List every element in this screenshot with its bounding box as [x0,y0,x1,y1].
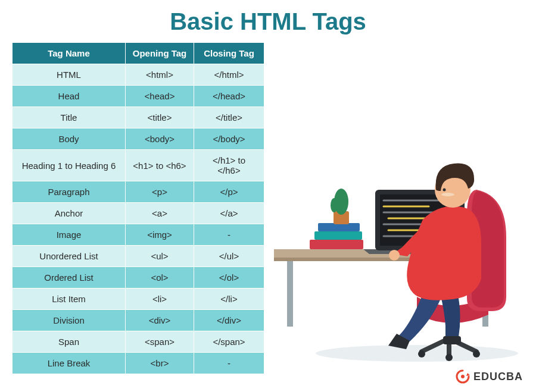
cell-closing-tag: </head> [194,86,264,107]
page-title: Basic HTML Tags [0,8,536,35]
table-header-row: Tag Name Opening Tag Closing Tag [13,43,264,64]
brand-logo: EDUCBA [456,369,523,384]
cell-tag-name: Image [13,224,126,246]
table-row: Image<img>- [13,224,264,246]
svg-rect-5 [310,240,363,249]
col-tag-name: Tag Name [13,43,126,64]
table-row: Span<span></span> [13,331,264,353]
cell-closing-tag: </h1> to </h6> [194,150,264,181]
cell-closing-tag: </ul> [194,246,264,267]
cell-closing-tag: </ol> [194,267,264,288]
cell-tag-name: Span [13,331,126,353]
cell-opening-tag: <div> [126,310,194,331]
cell-opening-tag: <li> [126,288,194,310]
svg-point-25 [418,350,425,357]
brand-logo-text: EDUCBA [473,371,523,383]
cell-closing-tag: </html> [194,64,264,86]
col-closing-tag: Closing Tag [194,43,264,64]
cell-opening-tag: <head> [126,86,194,107]
cell-opening-tag: <ol> [126,267,194,288]
cell-tag-name: Division [13,310,126,331]
svg-rect-7 [318,223,360,231]
cell-opening-tag: <a> [126,203,194,224]
svg-point-29 [389,250,400,261]
cell-closing-tag: </li> [194,288,264,310]
illustration-person-coding [274,101,524,362]
html-tags-table: Tag Name Opening Tag Closing Tag HTML<ht… [12,42,264,374]
svg-rect-28 [443,336,461,344]
svg-rect-6 [314,231,362,240]
svg-point-4 [316,345,518,362]
cell-tag-name: Head [13,86,126,107]
svg-point-27 [473,350,480,357]
svg-point-34 [461,375,465,378]
cell-opening-tag: <h1> to <h6> [126,150,194,181]
cell-closing-tag: </a> [194,203,264,224]
cell-opening-tag: <html> [126,64,194,86]
cell-closing-tag: </span> [194,331,264,353]
cell-opening-tag: <body> [126,128,194,150]
cell-tag-name: List Item [13,288,126,310]
table-row: Ordered List<ol></ol> [13,267,264,288]
col-opening-tag: Opening Tag [126,43,194,64]
cell-tag-name: Unordered List [13,246,126,267]
cell-tag-name: Heading 1 to Heading 6 [13,150,126,181]
table-row: Unordered List<ul></ul> [13,246,264,267]
svg-marker-33 [466,373,470,376]
cell-closing-tag: </div> [194,310,264,331]
cell-closing-tag: </p> [194,181,264,203]
cell-opening-tag: <img> [126,224,194,246]
cell-opening-tag: <title> [126,107,194,128]
cell-tag-name: Line Break [13,353,126,374]
svg-rect-2 [287,261,293,327]
educba-logo-icon [456,369,470,384]
table-row: Anchor<a></a> [13,203,264,224]
svg-point-32 [443,189,446,192]
cell-tag-name: Paragraph [13,181,126,203]
table-row: Line Break<br>- [13,353,264,374]
cell-tag-name: Anchor [13,203,126,224]
cell-tag-name: HTML [13,64,126,86]
table-row: Body<body></body> [13,128,264,150]
table-row: Paragraph<p></p> [13,181,264,203]
cell-opening-tag: <span> [126,331,194,353]
cell-opening-tag: <br> [126,353,194,374]
table-row: Division<div></div> [13,310,264,331]
cell-closing-tag: </body> [194,128,264,150]
table-row: List Item<li></li> [13,288,264,310]
svg-point-26 [445,354,453,361]
cell-closing-tag: </title> [194,107,264,128]
table-row: Heading 1 to Heading 6<h1> to <h6></h1> … [13,150,264,181]
svg-point-10 [331,198,338,212]
cell-opening-tag: <p> [126,181,194,203]
cell-closing-tag: - [194,224,264,246]
table-row: Title<title></title> [13,107,264,128]
cell-tag-name: Body [13,128,126,150]
svg-point-31 [441,193,454,196]
cell-tag-name: Ordered List [13,267,126,288]
table-row: Head<head></head> [13,86,264,107]
table-row: HTML<html></html> [13,64,264,86]
cell-tag-name: Title [13,107,126,128]
cell-opening-tag: <ul> [126,246,194,267]
cell-closing-tag: - [194,353,264,374]
